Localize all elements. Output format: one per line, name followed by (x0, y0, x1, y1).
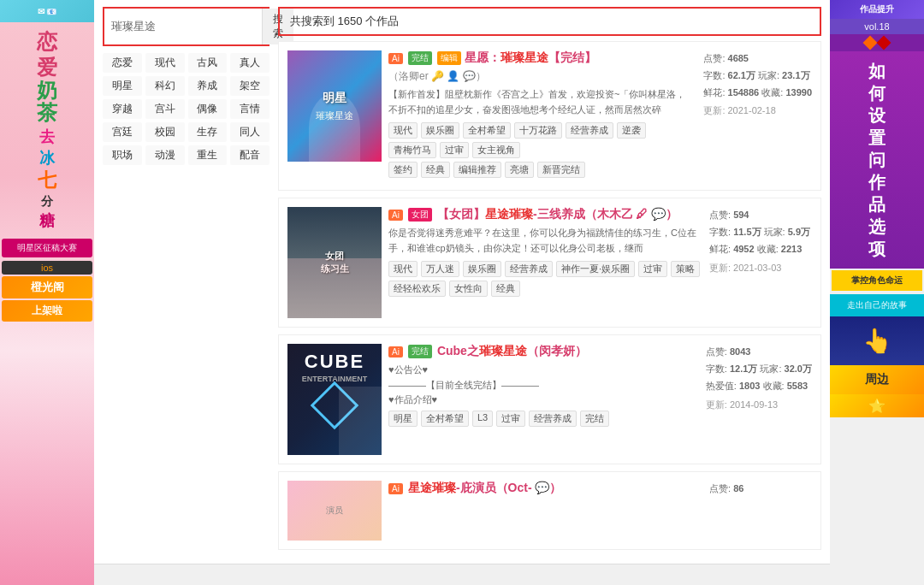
novel-cover-1: 明星 璀璨星途 (287, 50, 382, 162)
left-banner-title-9: 糖 (3, 213, 91, 230)
novel1-stats: 点赞: 4685 字数: 62.1万 玩家: 23.1万 鲜花: 154886 … (703, 50, 812, 181)
tag-star[interactable]: 明星 (103, 76, 142, 96)
left-banner-contest[interactable]: 明星区征稿大赛 (2, 239, 92, 257)
tag-modern[interactable]: 现代 (145, 53, 185, 73)
novel-cover-4: 演员 (287, 481, 382, 541)
right-banner: 作品提升 vol.18 如何设置问作品选项 掌控角色命运 走出自己的故事 👆 周… (830, 0, 924, 585)
left-banner-title-7: 七 (3, 170, 91, 191)
novel2-type-badge: 女团 (408, 208, 432, 222)
left-banner-title-4: 茶 (3, 102, 91, 124)
tag-school[interactable]: 校园 (145, 122, 185, 142)
novel4-platform-badge: Ai (388, 483, 403, 494)
search-box: 璀璨星途 搜索 (103, 7, 270, 46)
tag-workplace[interactable]: 职场 (103, 145, 142, 165)
tag-ancient[interactable]: 古风 (188, 53, 228, 73)
right-banner-badge: 周边 (830, 365, 924, 394)
left-banner-title-1: 恋 (3, 31, 91, 53)
novel-card-1: 明星 璀璨星途 Ai 完结 (278, 41, 821, 191)
novel3-platform-badge: Ai (388, 346, 403, 358)
left-banner: ✉ 📧 恋 爱 奶 茶 去 冰 七 分 糖 明星区征稿大赛 ios 橙光阁 上架… (0, 0, 94, 585)
result-count-text: 共搜索到 1650 个作品 (290, 15, 399, 27)
tag-love[interactable]: 恋爱 (103, 53, 142, 73)
result-count-bar: 共搜索到 1650 个作品 (278, 7, 821, 36)
left-banner-top-text: ✉ 📧 (38, 7, 57, 16)
novel2-desc: 你是否觉得迷秀意难平？在这里，你可以化身为福跳情佳的练习生，C位在手，和谁谁cp… (388, 226, 701, 256)
left-banner-ios: ios (2, 261, 92, 275)
left-banner-title-8: 分 (3, 194, 91, 210)
novel2-tags: 现代 万人迷 娱乐圈 经营养成 神作一夏·娱乐圈 过审 策略 经轻松欢乐 女性向 (388, 261, 701, 297)
novel1-platform-badge: Ai (388, 53, 403, 64)
novel1-desc: 【新作首发】阻壁枕新作《否宫之上》首发，欢迎投资~「你叫林星洛，不折不扣的追星少… (388, 87, 695, 117)
novel3-title[interactable]: Cube之璀璨星途（闵孝妍） (437, 344, 587, 359)
tag-real[interactable]: 真人 (230, 53, 270, 73)
tag-reborn[interactable]: 重生 (188, 145, 228, 165)
left-banner-title-5: 去 (3, 128, 91, 147)
tag-void[interactable]: 架空 (230, 76, 270, 96)
novel-card-2: 女团练习生 Ai 女团 【女团】星途 (278, 198, 821, 328)
tag-anime[interactable]: 动漫 (145, 145, 185, 165)
tag-travel[interactable]: 穿越 (103, 99, 142, 119)
novel3-status-badge: 完结 (408, 345, 432, 358)
tag-palace[interactable]: 宫斗 (145, 99, 185, 119)
novel-card-3: CUBE ENTERTAINMENT Ai (278, 334, 821, 464)
right-banner-btn1[interactable]: 掌控角色命运 (832, 270, 922, 291)
right-banner-top-label: 作品提升 (830, 0, 924, 19)
left-banner-app[interactable]: 橙光阁 (2, 276, 92, 298)
novel-card-4: 演员 Ai 星途璀璨-庇演员（Oct- 💬） (278, 471, 821, 550)
right-banner-diamonds (830, 34, 924, 51)
right-banner-main-title: 如何设置问作品选项 (830, 51, 924, 269)
left-banner-title-2: 爱 (3, 56, 91, 79)
novel2-stats: 点赞: 594 字数: 11.5万 玩家: 5.9万 鲜花: 4952 收藏: … (709, 207, 812, 318)
right-banner-star: ⭐ (830, 394, 924, 417)
tag-idol[interactable]: 偶像 (188, 99, 228, 119)
tag-scifi[interactable]: 科幻 (145, 76, 185, 96)
left-banner-title-3: 奶 (3, 80, 91, 102)
novel4-title[interactable]: 星途璀璨-庇演员（Oct- 💬） (408, 481, 562, 496)
right-banner-vol: vol.18 (830, 19, 924, 34)
novel3-tags: 明星 全村希望 L3 过审 经营养成 完结 (388, 411, 697, 427)
tag-dubbing[interactable]: 配音 (230, 145, 270, 165)
novel1-tags2: 签约 经典 编辑推荐 亮塘 新晋完结 (388, 162, 695, 178)
tag-grid: 恋爱 现代 古风 真人 明星 科幻 养成 架空 穿越 宫斗 偶像 言情 宫廷 校… (103, 53, 270, 165)
novel4-stats: 点赞: 86 (709, 481, 812, 541)
novel-cover-3: CUBE ENTERTAINMENT (287, 344, 382, 455)
novel1-title[interactable]: 星愿：璀璨星途【完结】 (465, 50, 596, 66)
novel-cover-2: 女团练习生 (287, 207, 382, 318)
search-input[interactable]: 璀璨星途 (104, 17, 262, 37)
novel-list: 明星 璀璨星途 Ai 完结 (278, 41, 821, 550)
tag-fanfic[interactable]: 同人 (230, 122, 270, 142)
novel1-type-badge: 编辑 (437, 51, 461, 65)
novel2-platform-badge: Ai (388, 210, 403, 221)
novel3-desc: ♥公告公♥ ————【目前全线完结】———— ♥作品介绍♥ (388, 363, 697, 405)
left-banner-title-6: 冰 (3, 150, 91, 168)
novel1-author: （洛卿er 🔑 👤 💬） (388, 69, 695, 84)
left-banner-shelf[interactable]: 上架啦 (2, 300, 92, 322)
right-banner-finger-section: 👆 (830, 316, 924, 365)
right-banner-cyan-section: 走出自己的故事 (830, 294, 924, 316)
novel3-stats: 点赞: 8043 字数: 12.1万 玩家: 32.0万 热爱值: 1803 收… (706, 344, 812, 455)
novel1-status-badge: 完结 (408, 51, 432, 65)
novel2-title[interactable]: 【女团】星途璀璨-三线养成（木木乙 🖊 💬） (437, 207, 678, 222)
tag-survival[interactable]: 生存 (188, 122, 228, 142)
tag-court[interactable]: 宫廷 (103, 122, 142, 142)
tag-raise[interactable]: 养成 (188, 76, 228, 96)
novel1-tags: 现代 娱乐圈 全村希望 十万花路 经营养成 逆袭 青梅竹马 过审 女主视角 (388, 122, 695, 158)
tag-romance[interactable]: 言情 (230, 99, 270, 119)
